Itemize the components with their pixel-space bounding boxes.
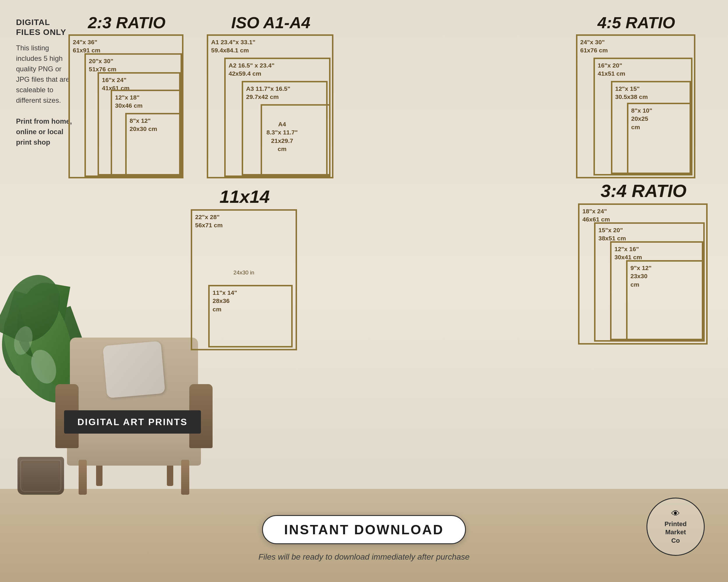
ratio-23-size2: 20"x 30"51x76 cm (89, 57, 116, 74)
logo-area: 👁 PrintedMarketCo (644, 495, 708, 559)
logo-text: PrintedMarketCo (665, 520, 687, 545)
ratio-45-title: 4:5 RATIO (574, 13, 699, 32)
ratio-45-section: 4:5 RATIO 24"x 30"61x76 cm 16"x 20"41x51… (574, 13, 699, 180)
ratio-23-title: 2:3 RATIO (62, 13, 191, 32)
digital-art-banner-text: DIGITAL ART PRINTS (77, 417, 188, 427)
iso-size-a3: A3 11.7"x 16.5"29.7x42 cm (246, 85, 290, 101)
logo-circle: 👁 PrintedMarketCo (647, 498, 705, 556)
ratio-34-box4: 9"x 12"23x30cm (626, 260, 703, 342)
11x14-box2: 11"x 14"28x36cm (208, 285, 293, 348)
iso-box-a4: A48.3"x 11.7"21x29.7cm (261, 104, 331, 175)
digital-art-banner: DIGITAL ART PRINTS (64, 410, 201, 434)
ratio-23-size4: 12"x 18"30x46 cm (115, 93, 143, 110)
11x14-size2: 24x30 in (234, 269, 255, 276)
logo-eye-icon: 👁 (671, 509, 680, 519)
ratio-45-box4: 8"x 10"20x25cm (627, 103, 691, 175)
ratio-45-size3: 12"x 15"30.5x38 cm (615, 85, 648, 101)
instant-download-text: INSTANT DOWNLOAD (284, 522, 444, 537)
files-ready-text: Files will be ready to download immediat… (258, 552, 469, 562)
iso-section: ISO A1-A4 A1 23.4"x 33.1"59.4x84.1 cm A2… (204, 13, 338, 180)
iso-title: ISO A1-A4 (204, 13, 338, 32)
ratio-34-size2: 15"x 20"38x51 cm (598, 226, 626, 243)
ratio-34-size4: 9"x 12"23x30cm (630, 264, 651, 289)
ratio-45-size2: 16"x 20"41x51 cm (598, 61, 625, 78)
ratio-34-size3: 12"x 16"30x41 cm (615, 245, 642, 261)
iso-size-a4: A48.3"x 11.7"21x29.7cm (266, 120, 298, 153)
11x14-size3: 11"x 14"28x36cm (213, 289, 237, 313)
ratio-11x14-title: 11x14 (189, 186, 300, 207)
ratio-34-section: 3:4 RATIO 18"x 24"46x61 cm 15"x 20"38x51… (577, 181, 710, 346)
ratio-23-section: 2:3 RATIO 24"x 36"61x91 cm 20"x 30"51x76… (62, 13, 191, 180)
iso-size-a2: A2 16.5" x 23.4"42x59.4 cm (229, 61, 275, 78)
ratio-45-size1: 24"x 30"61x76 cm (580, 38, 608, 55)
ratio-23-size1: 24"x 36"61x91 cm (73, 38, 101, 55)
ratio-45-size4: 8"x 10"20x25cm (631, 107, 652, 131)
ratio-23-box5: 8"x 12"20x30 cm (125, 113, 181, 175)
ratio-23-size5: 8"x 12"20x30 cm (130, 117, 157, 133)
11x14-size1: 22"x 28"56x71 cm (195, 213, 223, 230)
instant-download-banner: INSTANT DOWNLOAD (262, 515, 466, 544)
ratio-11x14-section: 11x14 22"x 28"56x71 cm 24x30 in 11"x 14"… (189, 186, 300, 352)
ratio-34-size1: 18"x 24"46x61 cm (582, 207, 610, 224)
ratio-34-title: 3:4 RATIO (577, 181, 710, 201)
iso-size-a1: A1 23.4"x 33.1"59.4x84.1 cm (211, 38, 255, 55)
